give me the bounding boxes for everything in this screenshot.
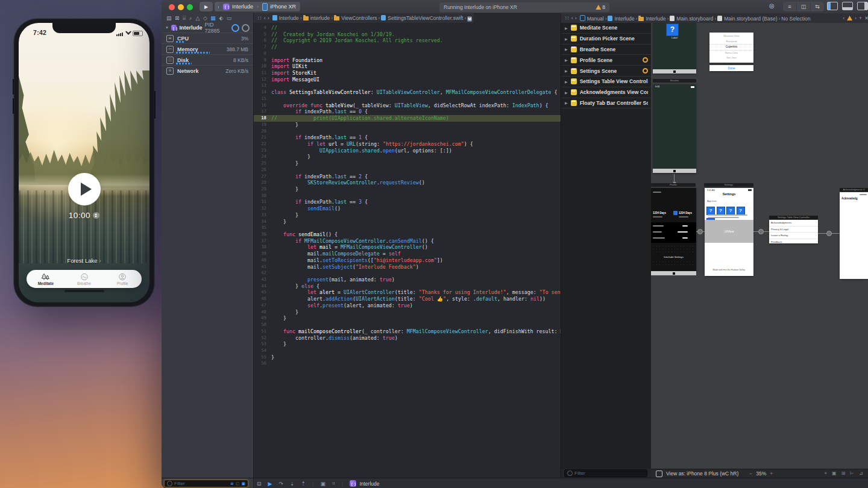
forward-icon[interactable]: › [575, 13, 577, 23]
editor-options-icon[interactable]: ◎ [769, 2, 775, 9]
home-indicator[interactable] [64, 290, 104, 292]
breadcrumb-item[interactable]: Main.storyboard [670, 16, 713, 22]
code-line[interactable]: 19 } [254, 122, 561, 128]
breathe-scene-label[interactable]: Breathe [653, 79, 696, 83]
code-line[interactable]: 45 let alert = UIAlertController(title: … [254, 289, 561, 296]
code-line[interactable]: 17 if indexPath.last == 0 { [254, 108, 561, 115]
toggle-debug-area-button[interactable] [842, 2, 853, 10]
picker-row[interactable]: Cupertino [709, 44, 753, 51]
assistant-editor-button[interactable]: ◫ [797, 2, 811, 11]
code-line[interactable]: 43 present(mail, animated: true) [254, 277, 561, 283]
code-line[interactable]: 20 [254, 128, 561, 135]
settings-table-row[interactable]: Leave a Rating [769, 233, 818, 239]
code-line[interactable]: 41 mail.setSubject("Interlude Feedback") [254, 264, 561, 271]
code-line[interactable]: 53 } [254, 341, 561, 348]
code-line[interactable]: 13 [254, 83, 561, 89]
settings-scene-label[interactable]: Settings [704, 183, 753, 187]
interlude-settings-button[interactable]: Interlude Settings [651, 255, 696, 258]
warning-badge-icon[interactable] [643, 57, 648, 63]
embed-icon[interactable]: ▣ [832, 471, 837, 477]
warning-count-badge[interactable]: 8 [596, 4, 605, 10]
picker-row[interactable]: Santa Clara [709, 51, 753, 56]
forward-icon[interactable]: › [268, 13, 269, 23]
issue-navigator-icon[interactable]: △ [196, 13, 200, 23]
gauge-row-memory[interactable]: ▭Memory388.7 MB [162, 43, 253, 54]
track-title[interactable]: Forest Lake› [19, 257, 149, 264]
code-line[interactable]: 54 [254, 348, 561, 354]
code-line[interactable]: 23 UIApplication.shared.open(url, option… [254, 148, 561, 154]
code-line[interactable]: 18// print(UIApplication.shared.alternat… [254, 115, 561, 122]
picker-row[interactable]: Mountain View [709, 34, 753, 39]
disclosure-triangle-icon[interactable]: ▶ [565, 90, 568, 95]
source-control-navigator-icon[interactable]: ⊠ [175, 13, 180, 23]
view-hierarchy-icon[interactable]: ▣ [320, 481, 326, 487]
hide-debug-area-icon[interactable]: ⊟ [257, 481, 262, 487]
tab-meditate[interactable]: Meditate [27, 270, 65, 288]
close-window-button[interactable] [169, 4, 175, 10]
code-line[interactable]: 51 func mailComposeController(_ controll… [254, 328, 561, 335]
step-into-icon[interactable]: ⇣ [290, 481, 295, 487]
code-line[interactable]: 55} [254, 354, 561, 361]
step-out-icon[interactable]: ⇡ [301, 481, 306, 487]
scheme-selector[interactable]: Interlude › iPhone XR [219, 2, 300, 11]
segue-dot[interactable] [758, 229, 764, 234]
app-icon-option[interactable]: ? [726, 207, 735, 215]
code-line[interactable]: 35 [254, 225, 561, 231]
disclosure-triangle-icon[interactable]: ▼ [165, 26, 169, 30]
code-line[interactable]: 12import MessageUI [254, 77, 561, 83]
back-icon[interactable]: ‹ [264, 13, 266, 23]
code-line[interactable]: 11import StoreKit [254, 70, 561, 77]
disclosure-triangle-icon[interactable]: ▶ [565, 37, 568, 41]
flag-filter-icon[interactable]: ≣ [230, 481, 234, 486]
profile-scene-label[interactable]: Profile [651, 183, 696, 187]
iphone-simulator-window[interactable]: 7:42 10:00 Forest Lake› Meditate Breathe… [13, 18, 155, 307]
scene-row[interactable]: ▶Acknowledgments View Controller... [561, 87, 652, 98]
profile-scene-vc[interactable]: 1234 Days 1234 Days Interlude Settings [651, 188, 696, 271]
picker-row[interactable]: San Jose [709, 55, 753, 61]
resolve-issues-icon[interactable]: ⊿ [859, 471, 863, 477]
zoom-in-button[interactable]: + [770, 471, 773, 477]
code-line[interactable]: 50 [254, 322, 561, 328]
code-line[interactable]: 49 } [254, 315, 561, 322]
navigator-filter-field[interactable]: Filter ≣ ◱ ▣ [164, 480, 248, 487]
acknowledgments-scene-label[interactable]: Acknowledgments V [840, 188, 868, 192]
picker-row[interactable]: Sunnyvale [709, 39, 753, 45]
code-line[interactable]: 30 [254, 193, 561, 199]
code-line[interactable]: 32 sendEmail() [254, 205, 561, 212]
tab-profile[interactable]: Profile [103, 270, 142, 288]
timer-stepper-icon[interactable] [93, 212, 99, 219]
breadcrumb-item[interactable]: MtableView(_:didSelectRowAt:) [467, 15, 474, 21]
code-line[interactable]: 28 SKStoreReviewController.requestReview… [254, 180, 561, 186]
related-items-icon[interactable]: ∷ [565, 13, 569, 23]
code-line[interactable]: 33 } [254, 212, 561, 219]
pin-icon[interactable]: ⊢ [850, 471, 854, 477]
source-editor[interactable]: 4//5// Created by Jordan Koschei on 1/30… [253, 23, 561, 478]
recent-filter-icon[interactable]: ◱ [236, 481, 240, 486]
simulator-screen[interactable]: 7:42 10:00 Forest Lake› Meditate Breathe… [19, 23, 149, 302]
code-line[interactable]: 44 } else { [254, 283, 561, 290]
code-line[interactable]: 47 self.present(alert, animated: true) [254, 302, 561, 309]
settings-table-scene-label[interactable]: Settings Table View Controller [769, 216, 818, 219]
code-line[interactable]: 10import UIKit [254, 63, 561, 70]
duration-picker-vc[interactable]: Mountain ViewSunnyvaleCupertinoSanta Cla… [709, 33, 753, 63]
back-icon[interactable]: ‹ [571, 13, 573, 23]
align-icon[interactable]: ⊞ [841, 471, 846, 477]
outline-filter-field[interactable]: Filter [564, 469, 647, 477]
settings-table-vc[interactable]: AcknowledgmentsPrivacy & LegalLeave a Ra… [769, 220, 818, 243]
code-line[interactable]: 8 [254, 51, 561, 57]
code-line[interactable]: 48 } [254, 309, 561, 316]
storyboard-canvas[interactable]: ? Label Mountain ViewSunnyvaleCupertinoS… [651, 23, 868, 469]
code-line[interactable]: 31 if indexPath.last == 3 { [254, 199, 561, 205]
view-debugger-icon[interactable] [231, 24, 239, 32]
continue-execution-icon[interactable]: ▶ [268, 481, 272, 487]
breadcrumb-item[interactable]: ViewControllers [334, 15, 377, 21]
memory-graph-icon[interactable]: ⌗ [332, 480, 335, 487]
code-line[interactable]: 34 } [254, 219, 561, 225]
tab-breathe[interactable]: Breathe [65, 270, 104, 288]
code-line[interactable]: 37 if MFMailComposeViewController.canSen… [254, 238, 561, 245]
code-line[interactable]: 24 } [254, 154, 561, 160]
scene-row[interactable]: ▶Duration Picker Scene [561, 34, 652, 45]
settings-table-row[interactable]: Feedback [769, 239, 818, 243]
app-icon-option[interactable]: ? [717, 207, 725, 215]
code-line[interactable]: 36 func sendEmail() { [254, 231, 561, 238]
